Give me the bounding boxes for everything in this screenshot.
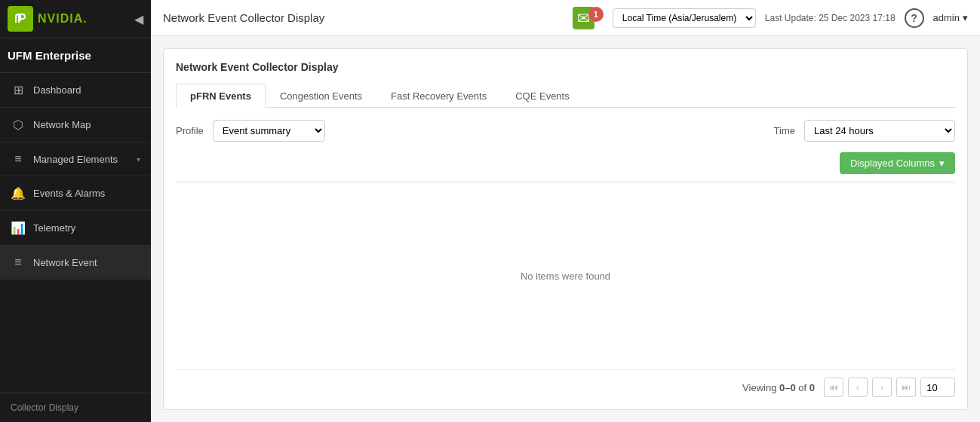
dashboard-icon: ⊞ xyxy=(11,83,26,97)
sidebar-item-telemetry[interactable]: 📊 Telemetry xyxy=(0,211,151,246)
displayed-columns-button[interactable]: Displayed Columns ▾ xyxy=(840,152,955,174)
sidebar-item-label: Dashboard xyxy=(33,84,140,96)
sidebar-item-label: Telemetry xyxy=(33,222,140,234)
network-map-icon: ⬡ xyxy=(11,118,26,132)
pagination-total: 0 xyxy=(809,382,815,393)
sidebar: NVIDIA. ◀ UFM Enterprise ⊞ Dashboard ⬡ N… xyxy=(0,0,151,422)
topbar-title: Network Event Collector Display xyxy=(163,11,564,24)
admin-button[interactable]: admin ▾ xyxy=(933,12,968,23)
pagination-last-button[interactable]: ⏭ xyxy=(896,378,916,397)
help-button[interactable]: ? xyxy=(905,8,924,28)
notification-badge: 1 xyxy=(588,7,604,22)
sidebar-collapse-button[interactable]: ◀ xyxy=(134,12,143,26)
tabs-container: pFRN Events Congestion Events Fast Recov… xyxy=(176,84,955,108)
displayed-columns-wrapper: Displayed Columns ▾ xyxy=(176,152,955,182)
content-card: Network Event Collector Display pFRN Eve… xyxy=(163,48,968,410)
content-area: Network Event Collector Display pFRN Eve… xyxy=(151,36,980,422)
events-alarms-icon: 🔔 xyxy=(11,186,26,200)
admin-label: admin xyxy=(933,12,960,23)
profile-label: Profile xyxy=(176,125,204,136)
timezone-select[interactable]: Local Time (Asia/Jerusalem) xyxy=(613,8,756,28)
sidebar-footer-label: Collector Display xyxy=(11,402,78,413)
sidebar-item-label: Events & Alarms xyxy=(33,188,140,199)
sidebar-item-network-event[interactable]: ≡ Network Event xyxy=(0,246,151,280)
tab-pfrn-events[interactable]: pFRN Events xyxy=(176,84,266,108)
time-label: Time xyxy=(774,125,795,136)
pagination-info: Viewing 0–0 of 0 xyxy=(742,382,815,393)
sidebar-item-dashboard[interactable]: ⊞ Dashboard xyxy=(0,73,151,108)
sidebar-item-label: Network Map xyxy=(33,119,140,130)
chevron-down-icon: ▾ xyxy=(137,155,140,164)
sidebar-item-label: Managed Elements xyxy=(33,154,129,165)
nvidia-logo: NVIDIA. xyxy=(8,6,88,32)
sidebar-footer: Collector Display xyxy=(0,393,151,422)
content-card-title: Network Event Collector Display xyxy=(176,61,955,73)
svg-rect-2 xyxy=(18,14,20,23)
notification-wrapper[interactable]: ✉ 1 xyxy=(573,7,604,29)
sidebar-item-managed-elements[interactable]: ≡ Managed Elements ▾ xyxy=(0,142,151,176)
time-select[interactable]: Last 24 hours Last 7 days Last 30 days C… xyxy=(804,120,955,142)
telemetry-icon: 📊 xyxy=(11,221,26,235)
nvidia-text: NVIDIA. xyxy=(38,12,88,26)
sidebar-app-title: UFM Enterprise xyxy=(0,38,151,73)
managed-elements-icon: ≡ xyxy=(11,152,26,166)
sidebar-item-events-alarms[interactable]: 🔔 Events & Alarms xyxy=(0,176,151,211)
admin-chevron-icon: ▾ xyxy=(963,12,968,23)
sidebar-header: NVIDIA. ◀ xyxy=(0,0,151,38)
page-size-input[interactable] xyxy=(920,378,955,397)
displayed-columns-arrow-icon: ▾ xyxy=(939,157,945,169)
nvidia-icon xyxy=(8,6,33,32)
tab-fast-recovery-events[interactable]: Fast Recovery Events xyxy=(376,84,501,108)
empty-message: No items were found xyxy=(521,271,610,282)
pagination-range: 0–0 xyxy=(779,382,796,393)
profile-select[interactable]: Event summary xyxy=(213,120,325,142)
pagination-first-button[interactable]: ⏮ xyxy=(824,378,843,397)
empty-state: No items were found xyxy=(176,190,955,362)
tab-congestion-events[interactable]: Congestion Events xyxy=(266,84,376,108)
displayed-columns-label: Displayed Columns xyxy=(850,157,935,169)
sidebar-item-network-map[interactable]: ⬡ Network Map xyxy=(0,108,151,142)
pagination-prev-button[interactable]: ‹ xyxy=(848,378,868,397)
svg-rect-1 xyxy=(15,17,17,23)
last-update-text: Last Update: 25 Dec 2023 17:18 xyxy=(765,13,896,23)
tab-cqe-events[interactable]: CQE Events xyxy=(501,84,584,108)
pagination-row: Viewing 0–0 of 0 ⏮ ‹ › ⏭ xyxy=(176,369,955,397)
content-divider xyxy=(176,182,955,182)
topbar: Network Event Collector Display ✉ 1 Loca… xyxy=(151,0,980,36)
pagination-next-button[interactable]: › xyxy=(872,378,892,397)
sidebar-item-label: Network Event xyxy=(33,257,140,268)
filter-row: Profile Event summary Time Last 24 hours… xyxy=(176,120,955,142)
main-area: Network Event Collector Display ✉ 1 Loca… xyxy=(151,0,980,422)
network-event-icon: ≡ xyxy=(11,255,26,269)
